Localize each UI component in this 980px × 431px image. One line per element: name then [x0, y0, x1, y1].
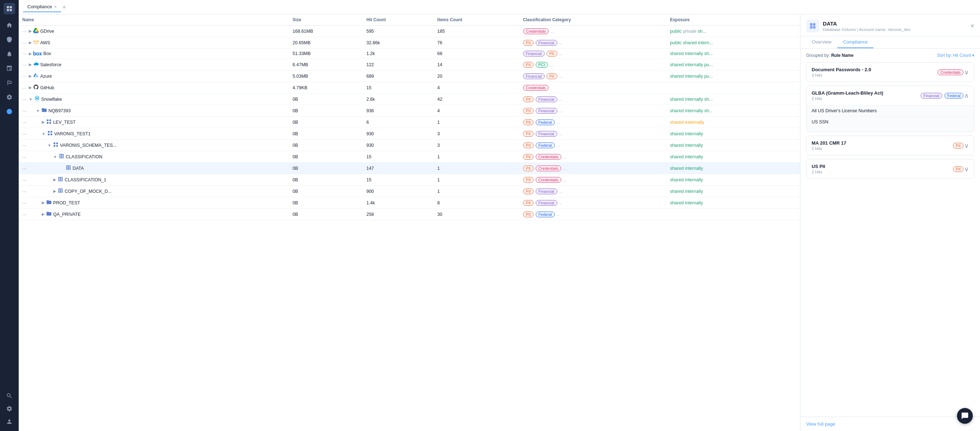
row-menu-icon[interactable]: ···: [22, 165, 27, 171]
sidebar-item-alerts[interactable]: [3, 48, 16, 60]
expand-btn[interactable]: ▶: [42, 120, 45, 124]
rule-header-3[interactable]: MA 201 CMR 17 2 Hits PII ∨: [807, 136, 974, 155]
rule-chevron-3[interactable]: ∨: [964, 142, 969, 149]
sidebar-item-network[interactable]: [3, 62, 16, 75]
row-menu-icon[interactable]: ···: [22, 73, 27, 79]
rule-chevron-1[interactable]: ∨: [964, 68, 969, 76]
table-row[interactable]: ··· ▼ VARONIS_SCHEMA_TES... 0B 930 3 PII…: [19, 140, 800, 151]
table-row[interactable]: ··· DATA 0B 147 1 PII Credentials ... sh…: [19, 162, 800, 174]
expand-btn[interactable]: ▶: [29, 40, 32, 45]
tag-more[interactable]: ...: [559, 74, 562, 78]
add-tab-btn[interactable]: +: [63, 4, 66, 10]
sort-by[interactable]: Sort by: Hit Count ▾: [937, 53, 974, 58]
sidebar-logo[interactable]: [3, 3, 15, 14]
rule-chevron-4[interactable]: ∨: [964, 165, 969, 173]
table-row[interactable]: ··· ▶ COPY_OF_MOCK_D... 0B 900 1 PII Fin…: [19, 186, 800, 197]
expand-btn[interactable]: ▼: [42, 132, 46, 136]
row-menu-icon[interactable]: ···: [22, 119, 27, 125]
row-menu-icon[interactable]: ···: [22, 40, 27, 46]
sidebar-item-settings[interactable]: [3, 402, 16, 415]
row-menu-icon[interactable]: ···: [22, 212, 27, 217]
row-menu-icon[interactable]: ···: [22, 62, 27, 68]
row-menu-icon[interactable]: ···: [22, 51, 27, 56]
sidebar-item-home[interactable]: [3, 19, 16, 32]
panel-tab-compliance[interactable]: Compliance: [837, 37, 873, 48]
table-row[interactable]: ··· ▶ box Box 51.33MB 1.2k 68 Financial …: [19, 49, 800, 59]
tag-more[interactable]: ...: [563, 166, 566, 170]
sidebar-item-active[interactable]: [3, 105, 16, 118]
expand-btn[interactable]: ▶: [29, 29, 32, 33]
expand-btn[interactable]: ▼: [48, 143, 51, 148]
expand-btn[interactable]: ▶: [29, 51, 32, 56]
expand-btn[interactable]: ▼: [36, 109, 40, 113]
expand-btn[interactable]: ▶: [29, 85, 32, 90]
expand-btn[interactable]: ▼: [29, 97, 33, 102]
sidebar-item-user[interactable]: [3, 415, 16, 428]
table-row[interactable]: ··· ▶ GitHub 4.79KB 15 4 Credentials: [19, 82, 800, 94]
tag-more[interactable]: ...: [559, 132, 562, 136]
rule-header-1[interactable]: Document Passwords - 2.0 3 Hits Credenti…: [807, 63, 974, 82]
table-row[interactable]: ··· ▶ LEV_TEST 0B 6 1 PII Federal ... sh…: [19, 116, 800, 128]
expand-btn[interactable]: ▶: [53, 177, 56, 182]
tag-more[interactable]: ...: [550, 63, 553, 67]
tag-more[interactable]: ...: [559, 97, 562, 102]
row-menu-icon[interactable]: ···: [22, 189, 27, 194]
panel-tab-overview[interactable]: Overview: [806, 37, 837, 48]
tag-more[interactable]: ...: [559, 189, 562, 194]
table-row[interactable]: ··· ▶ GDrive 168.61MB 595 185 Credential…: [19, 25, 800, 37]
expand-btn[interactable]: ▶: [53, 189, 56, 194]
table-row[interactable]: ··· ▼ Snowflake 0B 2.6k 42 PII Financial…: [19, 94, 800, 105]
table-row[interactable]: ··· ▼ CLASSIFICATION 0B 15 1 PII Credent…: [19, 151, 800, 162]
table-row[interactable]: ··· ▼ NQB97393 0B 936 4 PII Financial ..…: [19, 105, 800, 116]
expand-btn[interactable]: ▼: [53, 155, 57, 159]
expand-btn[interactable]: ▶: [29, 62, 32, 67]
compliance-tab[interactable]: Compliance ×: [23, 2, 61, 12]
chat-button[interactable]: [957, 408, 973, 424]
tag-more[interactable]: ...: [557, 143, 560, 148]
tag-more[interactable]: ...: [563, 178, 566, 182]
expand-btn[interactable]: ▶: [42, 200, 45, 205]
col-name[interactable]: Name: [19, 14, 289, 25]
rule-chevron-2[interactable]: ∧: [964, 92, 969, 100]
col-classification[interactable]: Classification Category: [520, 14, 667, 25]
table-row[interactable]: ··· ▶ AWS 20.65MB 32.86k 76 PII Financia…: [19, 37, 800, 49]
tag-more[interactable]: ...: [559, 41, 562, 45]
tag-more[interactable]: ...: [557, 120, 560, 124]
row-menu-icon[interactable]: ···: [22, 200, 27, 206]
sidebar-item-compliance[interactable]: [3, 76, 16, 89]
tag-more[interactable]: ...: [551, 29, 554, 33]
tag-more[interactable]: ...: [563, 155, 566, 159]
sidebar-item-shield[interactable]: [3, 33, 16, 46]
col-exposure[interactable]: Exposure: [666, 14, 800, 25]
col-size[interactable]: Size: [289, 14, 363, 25]
view-full-page-link[interactable]: View full page: [806, 421, 835, 427]
table-row[interactable]: ··· ▶ Salesforce 6.47MB 122 14 PII PCI .…: [19, 59, 800, 70]
tag-more[interactable]: ...: [559, 51, 562, 56]
table-row[interactable]: ··· ▼ VARONIS_TEST1 0B 930 3 PII Financi…: [19, 128, 800, 140]
rule-header-4[interactable]: US PII 2 Hits PII ∨: [807, 159, 974, 178]
col-itemscount[interactable]: Items Count: [434, 14, 520, 25]
row-menu-icon[interactable]: ···: [22, 177, 27, 183]
table-row[interactable]: ··· ▶ QA_PRIVATE 0B 258 30 PII Federal .…: [19, 209, 800, 220]
sidebar-item-config[interactable]: [3, 91, 16, 103]
table-row[interactable]: ··· ▶ PROD_TEST 0B 1.4k 8 PII Financial …: [19, 197, 800, 209]
expand-btn[interactable]: ▶: [42, 212, 45, 216]
row-menu-icon[interactable]: ···: [22, 29, 27, 34]
table-row[interactable]: ··· ▶ Azure 5.03MB 689 20 Financial PII …: [19, 70, 800, 82]
rule-header-2[interactable]: GLBA (Gramm-Leach-Bliley Act) 2 Hits Fin…: [807, 86, 974, 105]
panel-close-btn[interactable]: ×: [970, 22, 974, 30]
tag-more[interactable]: ...: [557, 212, 560, 216]
row-menu-icon[interactable]: ···: [22, 154, 27, 160]
row-menu-icon[interactable]: ···: [22, 108, 27, 114]
tab-close-btn[interactable]: ×: [54, 4, 57, 10]
sidebar-item-search[interactable]: [3, 389, 16, 402]
tag-more[interactable]: ...: [559, 109, 562, 113]
row-menu-icon[interactable]: ···: [22, 96, 27, 102]
row-menu-icon[interactable]: ···: [22, 131, 27, 137]
col-hitcount[interactable]: Hit Count: [363, 14, 434, 25]
row-menu-icon[interactable]: ···: [22, 85, 27, 91]
row-menu-icon[interactable]: ···: [22, 143, 27, 148]
tag-more[interactable]: ...: [559, 201, 562, 205]
expand-btn[interactable]: ▶: [29, 74, 32, 78]
table-row[interactable]: ··· ▶ CLASSIFICATION_1 0B 15 1 PII Crede…: [19, 174, 800, 186]
